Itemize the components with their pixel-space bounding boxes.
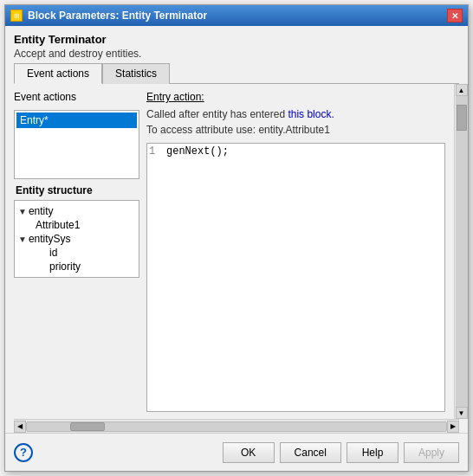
tab-event-actions[interactable]: Event actions	[14, 63, 102, 84]
tree-label-entitysys: entitySys	[29, 233, 71, 245]
window-body: Entity Terminator Accept and destroy ent…	[5, 26, 468, 471]
code-text-1: genNext();	[166, 145, 229, 158]
help-icon[interactable]: ?	[14, 443, 33, 462]
tree-label-id: id	[49, 247, 57, 259]
ok-button[interactable]: OK	[223, 442, 275, 463]
scroll-left-button[interactable]: ◀	[14, 421, 26, 433]
tree-label-entity: entity	[29, 205, 54, 217]
line-number-1: 1	[149, 145, 159, 158]
entity-structure-box: ▼ entity Attribute1 ▼ entitySys	[14, 200, 139, 278]
entry-action-label: Entry action:	[146, 91, 445, 103]
entry-description: Called after entity has entered this blo…	[146, 106, 445, 138]
horizontal-scrollbar-area: ◀ ▶	[14, 419, 459, 433]
event-list[interactable]: Entry*	[14, 110, 139, 179]
tree-arrow-entitysys: ▼	[18, 235, 27, 244]
tab-row: Event actions Statistics	[14, 63, 459, 84]
tree-label-priority: priority	[49, 261, 81, 273]
window-title: Block Parameters: Entity Terminator	[28, 10, 207, 22]
header-section: Entity Terminator Accept and destroy ent…	[5, 26, 468, 63]
h-scroll-thumb[interactable]	[70, 422, 105, 431]
tree-priority: priority	[18, 260, 135, 273]
highlight-text: this block.	[288, 108, 334, 120]
tree-label-attribute1: Attribute1	[36, 219, 80, 231]
scroll-right-button[interactable]: ▶	[447, 421, 459, 433]
tree-arrow-entity: ▼	[18, 207, 27, 216]
tree-entity: ▼ entity	[18, 204, 135, 218]
close-button[interactable]: ✕	[447, 9, 463, 23]
block-title: Entity Terminator	[14, 33, 459, 46]
cancel-button[interactable]: Cancel	[280, 442, 341, 463]
entity-structure-title: Entity structure	[14, 184, 139, 196]
tree-id: id	[18, 246, 135, 260]
event-actions-label: Event actions	[14, 91, 139, 103]
right-scrollbar[interactable]: ▲ ▼	[454, 84, 468, 419]
bottom-left: ?	[14, 443, 33, 462]
entity-structure-section: Entity structure ▼ entity Attribute1	[14, 184, 139, 278]
apply-button[interactable]: Apply	[404, 442, 459, 463]
bottom-bar: ? OK Cancel Help Apply	[5, 433, 468, 471]
scroll-up-button[interactable]: ▲	[456, 84, 468, 96]
tabs-section: Event actions Statistics	[5, 63, 468, 84]
main-window: ⊞ Block Parameters: Entity Terminator ✕ …	[4, 4, 469, 472]
scroll-thumb-vertical[interactable]	[457, 105, 467, 131]
title-bar-left: ⊞ Block Parameters: Entity Terminator	[10, 10, 207, 22]
event-item-entry[interactable]: Entry*	[16, 113, 137, 128]
right-panel: Entry action: Called after entity has en…	[146, 91, 445, 412]
code-editor[interactable]: 1 genNext();	[146, 143, 445, 412]
block-desc: Accept and destroy entities.	[14, 48, 459, 60]
main-with-scrollbar: Event actions Entry* Entity structure ▼ …	[5, 84, 468, 419]
main-content: Event actions Entry* Entity structure ▼ …	[5, 84, 454, 419]
tree-attribute1: Attribute1	[18, 218, 135, 232]
tree-entitysys: ▼ entitySys	[18, 232, 135, 246]
code-line-1: 1 genNext();	[149, 145, 443, 158]
left-panel: Event actions Entry* Entity structure ▼ …	[14, 91, 139, 412]
h-scrollbar-track[interactable]	[26, 421, 447, 432]
window-icon: ⊞	[10, 10, 23, 22]
help-button[interactable]: Help	[347, 442, 398, 463]
description-line2: To access attribute use: entity.Attribut…	[146, 124, 330, 136]
title-bar: ⊞ Block Parameters: Entity Terminator ✕	[5, 5, 468, 26]
tab-statistics[interactable]: Statistics	[102, 63, 170, 84]
scroll-down-button[interactable]: ▼	[456, 407, 468, 419]
scroll-track-vertical[interactable]	[456, 96, 468, 407]
